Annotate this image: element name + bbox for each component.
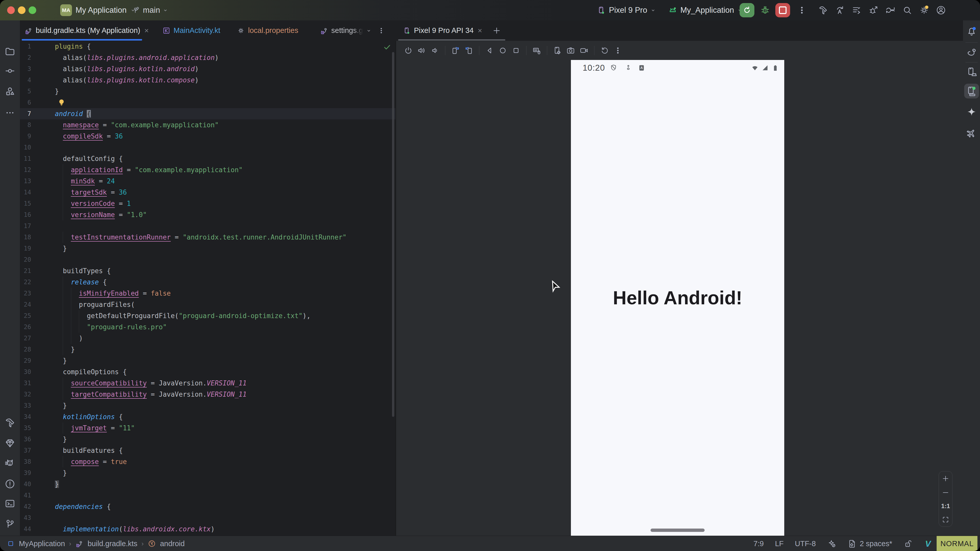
code-line[interactable]: 23 isMinifyEnabled = false [20, 288, 396, 299]
hardware-input-icon[interactable] [532, 46, 541, 55]
code-line[interactable]: 2 alias(libs.plugins.android.application… [20, 52, 396, 63]
code-line[interactable]: 21 buildTypes { [20, 265, 396, 276]
editor-scrollbar[interactable] [392, 52, 394, 417]
android-overview-icon[interactable] [511, 46, 520, 55]
code-line[interactable]: 36 } [20, 433, 396, 445]
code-line[interactable]: 34 kotlinOptions { [20, 411, 396, 422]
device-more-kebab-icon[interactable] [613, 46, 622, 55]
indent-widget[interactable]: 2 spaces* [848, 539, 892, 548]
resource-manager-icon[interactable] [4, 86, 16, 97]
code-line[interactable]: 40} [20, 478, 396, 490]
code-line[interactable]: 20 [20, 254, 396, 265]
airplane-icon[interactable] [966, 127, 977, 138]
screen-record-icon[interactable] [579, 46, 589, 55]
code-line[interactable]: 18 testInstrumentationRunner = "androidx… [20, 232, 396, 243]
code-line[interactable]: 17 [20, 221, 396, 232]
notifications-bell-icon[interactable] [966, 25, 977, 37]
code-line[interactable]: 12 applicationId = "com.example.myapplic… [20, 164, 396, 176]
gradle-elephant-icon[interactable] [966, 46, 977, 58]
code-line[interactable]: 13 minSdk = 24 [20, 176, 396, 187]
code-line[interactable]: 26 "proguard-rules.pro" [20, 321, 396, 333]
zoom-fit-icon[interactable] [942, 516, 950, 524]
lock-open-icon[interactable] [904, 539, 913, 548]
code-editor[interactable]: 1plugins {2 alias(libs.plugins.android.a… [20, 41, 396, 536]
code-line[interactable]: 11 defaultConfig { [20, 153, 396, 164]
code-line[interactable]: 3 alias(libs.plugins.kotlin.android) [20, 63, 396, 75]
zoom-in-icon[interactable] [942, 475, 950, 483]
terminal-icon[interactable] [4, 498, 16, 509]
code-line[interactable]: 35 jvmTarget = "11" [20, 422, 396, 433]
code-line[interactable]: 25 getDefaultProguardFile("proguard-andr… [20, 310, 396, 321]
code-line[interactable]: 16 versionName = "1.0" [20, 209, 396, 221]
gesture-nav-handle[interactable] [651, 529, 705, 532]
breadcrumb-item[interactable]: MyApplication [19, 540, 65, 548]
code-line[interactable]: 10 [20, 142, 396, 153]
line-ending[interactable]: LF [775, 540, 784, 548]
zoom-ratio-label[interactable]: 1:1 [941, 503, 950, 510]
window-minimize-button[interactable] [18, 6, 25, 14]
code-line[interactable]: 7android { [20, 108, 396, 119]
code-line[interactable]: 38 compose = true [20, 456, 396, 467]
search-icon[interactable] [902, 5, 912, 15]
code-line[interactable]: 15 versionCode = 1 [20, 198, 396, 209]
settings-icon[interactable] [919, 5, 929, 15]
project-widget[interactable]: MA My Application [60, 4, 136, 16]
tab-options-kebab-icon[interactable] [377, 27, 385, 35]
code-line[interactable]: 24 proguardFiles( [20, 299, 396, 310]
tab-local-properties[interactable]: local.properties [232, 21, 303, 41]
android-back-icon[interactable] [485, 46, 494, 55]
ai-assistant-off-icon[interactable] [827, 539, 836, 548]
vim-mode-badge[interactable]: NORMAL [937, 536, 977, 551]
ideavim-icon[interactable]: V [924, 538, 934, 549]
apply-changes-icon[interactable] [835, 5, 845, 15]
code-line[interactable]: 29 } [20, 355, 396, 366]
profiler-icon[interactable] [852, 5, 862, 15]
device-selector[interactable]: Pixel 9 Pro [597, 0, 656, 21]
code-line[interactable]: 41 [20, 490, 396, 501]
running-devices-active-bg[interactable] [964, 84, 979, 98]
code-line[interactable]: 37 buildFeatures { [20, 445, 396, 456]
code-line[interactable]: 28 } [20, 344, 396, 355]
device-manager-icon[interactable] [966, 66, 977, 78]
code-line[interactable]: 19 } [20, 243, 396, 254]
code-line[interactable]: 8 namespace = "com.example.myapplication… [20, 119, 396, 130]
device-screen[interactable]: 10:20 A [571, 60, 784, 536]
caret-position[interactable]: 7:9 [753, 540, 764, 548]
more-tool-windows-icon[interactable] [4, 107, 16, 118]
code-line[interactable]: 5} [20, 86, 396, 97]
gradle-sync-icon[interactable] [885, 5, 896, 15]
add-device-tab-button[interactable] [487, 21, 506, 41]
commit-icon[interactable] [4, 65, 16, 76]
stop-button[interactable] [775, 3, 790, 17]
code-line[interactable]: 39 } [20, 467, 396, 478]
code-line[interactable]: 44 implementation(libs.androidx.core.ktx… [20, 524, 396, 535]
code-line[interactable]: 4 alias(libs.plugins.kotlin.compose) [20, 75, 396, 86]
code-line[interactable]: 1plugins { [20, 41, 396, 52]
debug-button[interactable] [760, 5, 770, 16]
build-icon[interactable] [818, 5, 828, 15]
code-line[interactable]: 9 compileSdk = 36 [20, 130, 396, 142]
close-icon[interactable]: × [477, 26, 482, 35]
close-icon[interactable]: × [143, 26, 149, 35]
code-line[interactable]: 32 targetCompatibility = JavaVersion.VER… [20, 389, 396, 400]
project-folder-icon[interactable] [4, 46, 16, 57]
run-more-options-button[interactable] [797, 5, 807, 16]
tab-mainactivity[interactable]: MainActivity.kt [158, 21, 225, 41]
code-line[interactable]: 14 targetSdk = 36 [20, 187, 396, 198]
volume-down-icon[interactable] [430, 46, 439, 55]
device-settings-icon[interactable] [553, 46, 562, 55]
branch-widget[interactable]: main [132, 4, 168, 16]
code-line[interactable]: 27 ) [20, 333, 396, 344]
chevron-down-icon[interactable] [366, 28, 372, 33]
profile-icon[interactable] [936, 5, 946, 15]
rotate-right-icon[interactable] [464, 46, 473, 55]
code-line[interactable]: 43 [20, 512, 396, 524]
code-line[interactable]: 31 sourceCompatibility = JavaVersion.VER… [20, 378, 396, 389]
volume-up-icon[interactable] [417, 46, 426, 55]
code-line[interactable]: 6 [20, 97, 396, 108]
tab-settings-gradle[interactable]: K settings.g [315, 21, 390, 41]
rotate-left-icon[interactable] [451, 46, 460, 55]
reset-view-icon[interactable] [600, 46, 609, 55]
code-line[interactable]: 33 } [20, 400, 396, 411]
power-icon[interactable] [404, 46, 413, 55]
